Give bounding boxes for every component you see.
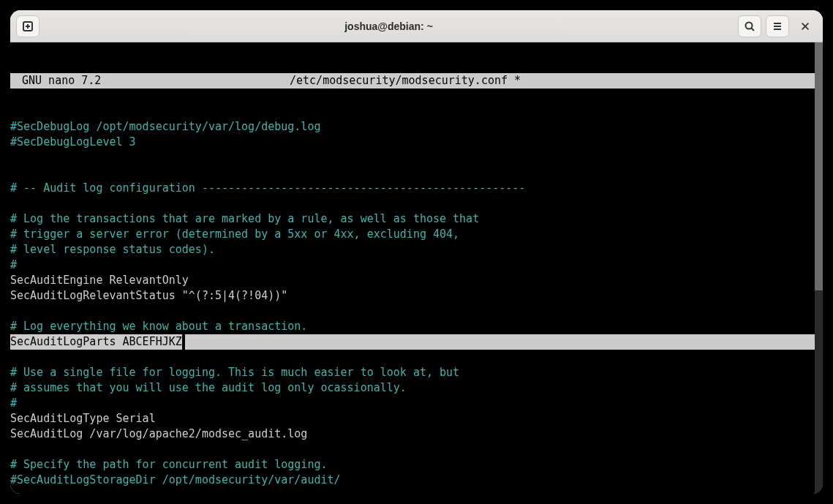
editor-line: SecAuditEngine RelevantOnly: [10, 273, 815, 288]
editor-line: # Specify the path for concurrent audit …: [10, 457, 815, 473]
editor-line: [10, 165, 815, 181]
editor-line: [10, 350, 815, 365]
titlebar: joshua@debian: ~: [10, 10, 823, 42]
editor-content[interactable]: #SecDebugLog /opt/modsecurity/var/log/de…: [10, 119, 815, 494]
editor-line-highlighted: SecAuditLogParts ABCEFHJKZ: [10, 334, 815, 350]
editor-line: SecAuditLogRelevantStatus "^(?:5|4(?!04)…: [10, 288, 815, 304]
menu-button[interactable]: [766, 15, 789, 37]
svg-line-4: [752, 28, 755, 31]
editor-line: [10, 488, 815, 494]
editor-line: #SecAuditLogStorageDir /opt/modsecurity/…: [10, 473, 815, 488]
terminal-area[interactable]: GNU nano 7.2 /etc/modsecurity/modsecurit…: [10, 42, 823, 494]
scrollbar[interactable]: [815, 42, 823, 494]
nano-filename: /etc/modsecurity/modsecurity.conf *: [290, 73, 813, 89]
search-button[interactable]: [738, 15, 761, 37]
editor-line: # level response status codes).: [10, 242, 815, 257]
editor-line: SecAuditLogType Serial: [10, 411, 815, 426]
editor-line: [10, 196, 815, 211]
svg-point-3: [746, 22, 753, 29]
editor-line: # assumes that you will use the audit lo…: [10, 380, 815, 396]
editor-line: #SecDebugLogLevel 3: [10, 135, 815, 150]
editor-line: #: [10, 396, 815, 411]
close-button[interactable]: [794, 15, 817, 37]
editor-line: SecAuditLog /var/log/apache2/modsec_audi…: [10, 426, 815, 442]
nano-app-name: GNU nano 7.2: [12, 73, 290, 89]
editor-line: [10, 304, 815, 319]
window-title: joshua@debian: ~: [39, 20, 738, 32]
nano-header: GNU nano 7.2 /etc/modsecurity/modsecurit…: [10, 73, 815, 89]
editor-line: # Use a single file for logging. This is…: [10, 365, 815, 380]
scroll-thumb[interactable]: [815, 42, 823, 290]
editor-line: #: [10, 257, 815, 273]
editor-line: # -- Audit log configuration -----------…: [10, 181, 815, 196]
editor-line: # Log everything we know about a transac…: [10, 319, 815, 334]
terminal-window: joshua@debian: ~ GNU nano 7.2 /etc/modse…: [10, 10, 823, 494]
editor-line: [10, 150, 815, 165]
editor-line: # trigger a server error (determined by …: [10, 227, 815, 242]
editor-line: [10, 442, 815, 457]
editor-line: # Log the transactions that are marked b…: [10, 211, 815, 227]
new-tab-button[interactable]: [16, 15, 39, 37]
editor-line: #SecDebugLog /opt/modsecurity/var/log/de…: [10, 119, 815, 135]
